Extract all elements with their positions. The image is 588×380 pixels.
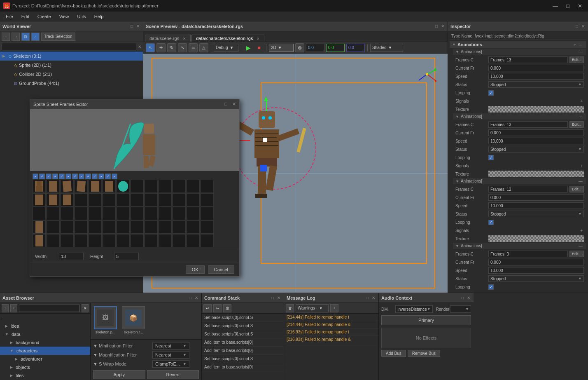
msg-filter-dropdown[interactable]: Warnings+ ▼ <box>296 304 329 312</box>
frame-3-13[interactable] <box>201 207 214 220</box>
field-y[interactable]: 0.0 <box>326 44 345 52</box>
anim-sub2-collapse-btn[interactable]: — <box>577 114 584 119</box>
add-bus-btn[interactable]: Add Bus <box>381 350 406 357</box>
anim3-edit-btn[interactable]: Edit... <box>569 186 584 192</box>
menu-help[interactable]: Help <box>90 13 108 20</box>
tool-rect-btn[interactable]: ▭ <box>189 43 198 52</box>
frame-1-11[interactable] <box>173 180 186 193</box>
anim2-signals-add-btn[interactable]: + <box>579 164 584 168</box>
frame-4-5[interactable] <box>89 220 102 234</box>
frame-3-4[interactable] <box>75 207 88 220</box>
tree-item-sprite[interactable]: ◇ Sprite (2D) (1:1) <box>0 61 143 70</box>
frame-2-1[interactable] <box>33 193 46 206</box>
frame-2-7[interactable] <box>117 193 130 206</box>
tab-scene-close[interactable]: ✕ <box>183 37 186 41</box>
frame-4-2[interactable] <box>47 220 60 234</box>
frame-2-5[interactable] <box>89 193 102 206</box>
cb-11[interactable]: ✓ <box>98 174 104 179</box>
cb-5[interactable]: ✓ <box>59 174 65 179</box>
anim1-currentfr-value[interactable]: 0.000 <box>488 65 584 71</box>
cmd-item-3[interactable]: Set base.scripts[0].script.S <box>202 330 284 338</box>
asset-browser-maximize-btn[interactable]: □ <box>188 296 192 300</box>
cb-8[interactable]: ✓ <box>79 174 84 179</box>
tree-item-groundprobe[interactable]: ⊡ GroundProbe (44:1) <box>0 79 143 88</box>
tool-move-btn[interactable]: ✛ <box>156 43 166 52</box>
frame-3-10[interactable] <box>159 207 172 220</box>
frame-5-7[interactable] <box>117 234 130 247</box>
world-viewer-maximize[interactable]: □ <box>130 24 134 28</box>
frame-3-5[interactable] <box>89 207 102 220</box>
world-viewer-search-input[interactable] <box>2 43 136 50</box>
world-viewer-grid-btn[interactable]: ⊡ <box>21 33 30 41</box>
height-input[interactable] <box>114 253 139 260</box>
frame-2-3[interactable] <box>61 193 74 206</box>
anim1-edit-btn[interactable]: Edit... <box>569 56 584 63</box>
scene-close-btn[interactable]: ✕ <box>440 24 445 28</box>
frame-1-13[interactable] <box>201 180 214 193</box>
frame-1-4[interactable] <box>75 180 88 193</box>
anim3-signals-add-btn[interactable]: + <box>579 228 584 233</box>
apply-texture-btn[interactable]: Apply <box>93 370 145 379</box>
frame-2-12[interactable] <box>187 193 200 206</box>
anim4-status-value[interactable]: Stopped ▼ <box>488 275 584 282</box>
msg-item-3[interactable]: [216.93s] Failed to remap handle t <box>284 328 378 336</box>
minification-value[interactable]: Nearest ▼ <box>152 342 189 350</box>
revert-texture-btn[interactable]: Revert <box>147 370 199 379</box>
cb-3[interactable]: ✓ <box>46 174 51 179</box>
tool-path-btn[interactable]: △ <box>199 43 208 52</box>
audio-close-btn[interactable]: ✕ <box>466 296 471 300</box>
frame-5-2[interactable] <box>47 234 60 247</box>
frame-4-13[interactable] <box>201 220 214 234</box>
frame-1-7[interactable] <box>117 180 130 193</box>
tab-skeleton-close[interactable]: ✕ <box>257 37 260 41</box>
frame-3-6[interactable] <box>103 207 116 220</box>
tool-select-btn[interactable]: ↖ <box>146 43 155 52</box>
asset-add-btn[interactable]: + <box>10 304 17 312</box>
asset-tree-adventurer[interactable]: ▶ adventurer <box>0 355 90 363</box>
frame-2-8[interactable] <box>131 193 144 206</box>
cb-9[interactable]: ✓ <box>85 174 91 179</box>
anim-sub3-collapse-btn[interactable]: — <box>577 179 584 183</box>
cmd-close-btn[interactable]: ✕ <box>276 296 281 300</box>
anim1-speed-value[interactable]: 10.000 <box>488 73 584 80</box>
anim1-signals-add-btn[interactable]: + <box>579 99 584 103</box>
debug-dropdown[interactable]: Debug ▼ <box>214 44 238 52</box>
animations-remove-btn[interactable]: — <box>577 42 584 47</box>
frame-4-12[interactable] <box>187 220 200 234</box>
frame-5-9[interactable] <box>145 234 158 247</box>
menu-utils[interactable]: Utils <box>73 13 90 20</box>
frame-5-8[interactable] <box>131 234 144 247</box>
frame-5-5[interactable] <box>89 234 102 247</box>
frame-1-5[interactable] <box>89 180 102 193</box>
cb-10[interactable]: ✓ <box>92 174 98 179</box>
cmd-redo-btn[interactable]: ↪ <box>213 304 222 312</box>
anim3-speed-value[interactable]: 10.000 <box>488 202 584 209</box>
anim2-currentfr-value[interactable]: 0.000 <box>488 129 584 136</box>
anim1-status-value[interactable]: Stopped ▼ <box>488 81 584 88</box>
asset-tree-characters[interactable]: ▼ characters <box>0 347 90 355</box>
wrap-mode-value[interactable]: ClampToE... ▼ <box>152 360 189 368</box>
asset-browser-close-btn[interactable]: ✕ <box>194 296 199 300</box>
menu-view[interactable]: View <box>55 13 73 20</box>
inspector-maximize-btn[interactable]: □ <box>575 24 579 28</box>
magnet-btn[interactable]: ⊛ <box>295 43 304 52</box>
msg-maximize-btn[interactable]: □ <box>365 296 369 300</box>
anim2-status-value[interactable]: Stopped ▼ <box>488 146 584 152</box>
sprite-dialog-header[interactable]: Sprite Sheet Frames Editor □ ✕ <box>30 99 239 109</box>
anim-sub4-collapse-btn[interactable]: — <box>577 244 584 248</box>
asset-tree-background[interactable]: ▶ background <box>0 338 90 347</box>
anim4-edit-btn[interactable]: Edit... <box>569 251 584 257</box>
menu-create[interactable]: Create <box>33 13 55 20</box>
cb-1[interactable]: ✓ <box>33 174 38 179</box>
anim4-looping-checkbox[interactable]: ✓ <box>488 284 494 290</box>
width-input[interactable] <box>59 253 84 260</box>
cb-13[interactable]: ✓ <box>112 174 117 179</box>
anim2-speed-value[interactable]: 10.000 <box>488 138 584 144</box>
anim3-looping-checkbox[interactable]: ✓ <box>488 220 494 225</box>
tab-scene[interactable]: data/scene.rgs ✕ <box>145 35 191 42</box>
asset-file-skeleton-rgs[interactable]: 📦 skeleton.r... <box>120 305 147 338</box>
frame-4-4[interactable] <box>75 220 88 234</box>
maximize-button[interactable]: □ <box>564 2 572 10</box>
world-viewer-back-btn[interactable]: ← <box>2 33 10 41</box>
cb-12[interactable]: ✓ <box>105 174 111 179</box>
